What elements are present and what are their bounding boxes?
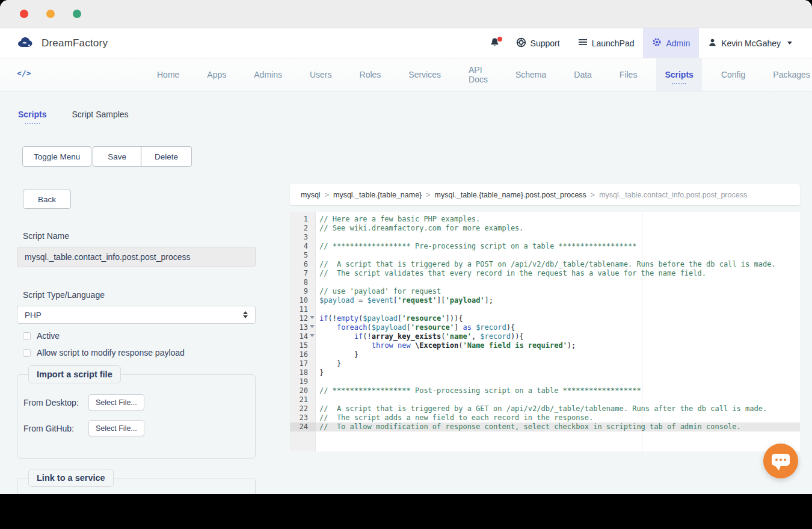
code-line[interactable]: 7// The script validates that every reco… xyxy=(290,269,800,278)
breadcrumb-item[interactable]: mysql xyxy=(301,191,321,199)
select-file-github-button[interactable]: Select File... xyxy=(88,420,144,436)
delete-button[interactable]: Delete xyxy=(141,146,192,167)
nav-tab-roles[interactable]: Roles xyxy=(351,58,390,91)
breadcrumb-item[interactable]: mysql._table.{table_name}.post.post_proc… xyxy=(435,191,586,199)
code-text: } xyxy=(316,350,800,359)
line-number: 16 xyxy=(290,350,316,359)
chat-widget-button[interactable] xyxy=(763,444,798,478)
code-line[interactable]: 4// ****************** Pre-processing sc… xyxy=(290,242,800,251)
code-editor[interactable]: 1// Here are a few basic PHP examples.2/… xyxy=(290,212,800,451)
breadcrumb-item: mysql._table.contact_info.post.post_proc… xyxy=(599,191,747,199)
breadcrumb-item[interactable]: mysql._table.{table_name} xyxy=(333,191,422,199)
code-line[interactable]: 13 foreach($payload['resource'] as $reco… xyxy=(290,323,800,332)
line-number: 24 xyxy=(290,422,316,432)
toggle-menu-button[interactable]: Toggle Menu xyxy=(22,146,91,167)
active-checkbox[interactable] xyxy=(23,332,31,340)
tab-scripts[interactable]: Scripts xyxy=(18,110,46,124)
admin-menu-item[interactable]: Admin xyxy=(643,28,699,58)
code-line[interactable]: 10$payload = $event['request']['payload'… xyxy=(290,296,800,305)
select-file-desktop-button[interactable]: Select File... xyxy=(88,394,144,410)
active-checkbox-label: Active xyxy=(37,331,60,341)
code-text: // See wiki.dreamfactory.com for more ex… xyxy=(316,224,800,233)
from-github-row: From GitHub: Select File... xyxy=(23,420,255,436)
code-line[interactable]: 14 if(!array_key_exists('name', $record)… xyxy=(290,332,800,341)
nav-tab-api-docs[interactable]: API Docs xyxy=(460,58,496,91)
back-button[interactable]: Back xyxy=(23,190,71,209)
code-line[interactable]: 22// A script that is triggered by a GET… xyxy=(290,404,800,413)
maximize-window-button[interactable] xyxy=(73,10,81,18)
modify-payload-checkbox[interactable] xyxy=(23,349,31,357)
code-line[interactable]: 2// See wiki.dreamfactory.com for more e… xyxy=(290,224,800,233)
brand-name: DreamFactory xyxy=(42,37,108,49)
code-text xyxy=(316,395,800,404)
script-type-select[interactable]: PHP xyxy=(17,306,256,324)
line-number: 23 xyxy=(290,413,316,422)
code-line[interactable]: 24// To allow modification of response c… xyxy=(290,422,800,432)
code-text: if(!empty($payload['resource'])){ xyxy=(316,314,800,323)
save-button[interactable]: Save xyxy=(93,146,141,167)
support-menu-item[interactable]: Support xyxy=(507,28,569,58)
code-text: // To allow modification of response con… xyxy=(316,422,800,432)
code-line[interactable]: 3 xyxy=(290,233,800,242)
import-script-section: Import a script file From Desktop: Selec… xyxy=(17,374,256,459)
line-number: 22 xyxy=(290,404,316,413)
nav-tab-home[interactable]: Home xyxy=(149,58,188,91)
code-line[interactable]: 1// Here are a few basic PHP examples. xyxy=(290,215,800,224)
tab-script-samples[interactable]: Script Samples xyxy=(72,110,128,124)
fold-arrow-icon[interactable] xyxy=(310,316,315,319)
brand: DreamFactory xyxy=(17,35,108,52)
code-line[interactable]: 6// A script that is triggered by a POST… xyxy=(290,260,800,269)
nav-tab-files[interactable]: Files xyxy=(611,58,646,91)
script-name-label: Script Name xyxy=(23,231,256,241)
fold-arrow-icon[interactable] xyxy=(310,334,315,337)
editor-panel: mysql>mysql._table.{table_name}>mysql._t… xyxy=(290,184,800,451)
code-line[interactable]: 16 } xyxy=(290,350,800,359)
breadcrumb: mysql>mysql._table.{table_name}>mysql._t… xyxy=(290,184,800,205)
code-line[interactable]: 15 throw new \Exception('Name field is r… xyxy=(290,341,800,350)
code-text: // ****************** Post-processing sc… xyxy=(316,386,800,395)
notification-dot xyxy=(497,37,502,42)
minimize-window-button[interactable] xyxy=(46,10,55,18)
close-window-button[interactable] xyxy=(20,10,28,18)
code-line[interactable]: 8 xyxy=(290,278,800,287)
line-number: 17 xyxy=(290,359,316,368)
code-line[interactable]: 11 xyxy=(290,305,800,314)
code-line[interactable]: 12if(!empty($payload['resource'])){ xyxy=(290,314,800,323)
nav-tab-schema[interactable]: Schema xyxy=(507,58,555,91)
nav-tab-apps[interactable]: Apps xyxy=(198,58,235,91)
launchpad-menu-item[interactable]: LaunchPad xyxy=(569,28,644,58)
code-line[interactable]: 9// use 'payload' for request xyxy=(290,287,800,296)
line-number: 14 xyxy=(290,332,316,341)
line-number: 10 xyxy=(290,296,316,305)
nav-tab-config[interactable]: Config xyxy=(713,58,754,91)
line-number: 12 xyxy=(290,314,316,323)
code-text: foreach($payload['resource'] as $record)… xyxy=(316,323,800,332)
line-number: 3 xyxy=(290,233,316,242)
nav-tab-users[interactable]: Users xyxy=(301,58,340,91)
nav-tab-scripts[interactable]: Scripts xyxy=(656,58,701,91)
code-line[interactable]: 5 xyxy=(290,251,800,260)
chat-bubble-tail xyxy=(775,465,781,471)
code-icon: </> xyxy=(17,69,31,78)
gear-icon xyxy=(652,37,662,49)
nav-tab-admins[interactable]: Admins xyxy=(245,58,291,91)
code-line[interactable]: 17 } xyxy=(290,359,800,368)
code-line[interactable]: 19 xyxy=(290,377,800,386)
code-line[interactable]: 21 xyxy=(290,395,800,404)
main-nav-tabs: HomeAppsAdminsUsersRolesServicesAPI Docs… xyxy=(143,58,812,91)
import-script-title: Import a script file xyxy=(28,365,121,383)
toolbar: Toggle Menu Save Delete xyxy=(22,146,192,167)
code-line[interactable]: 23// The script adds a new field to each… xyxy=(290,413,800,422)
code-text: // use 'payload' for request xyxy=(316,287,800,296)
nav-tab-services[interactable]: Services xyxy=(400,58,449,91)
nav-tab-data[interactable]: Data xyxy=(565,58,600,91)
code-line[interactable]: 18} xyxy=(290,368,800,377)
fold-arrow-icon[interactable] xyxy=(310,325,315,328)
header-right: Support LaunchPad xyxy=(482,28,801,58)
titlebar xyxy=(0,0,812,28)
user-menu[interactable]: Kevin McGahey xyxy=(699,28,801,58)
notifications-button[interactable] xyxy=(482,28,507,58)
code-line[interactable]: 20// ****************** Post-processing … xyxy=(290,386,800,395)
nav-tab-packages[interactable]: Packages xyxy=(764,58,812,91)
script-name-input[interactable] xyxy=(17,247,256,267)
